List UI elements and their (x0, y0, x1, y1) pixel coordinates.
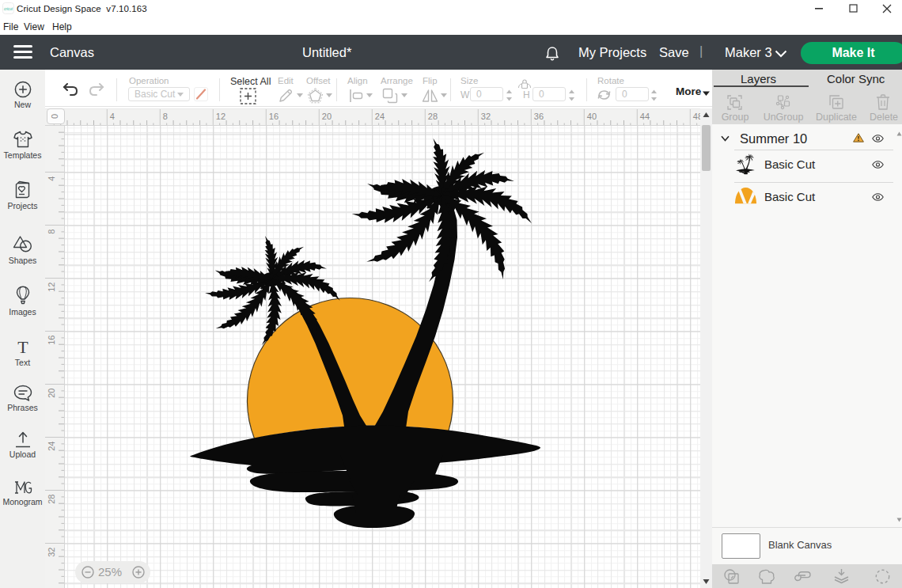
svg-text:16: 16 (47, 336, 56, 345)
svg-text:44: 44 (640, 112, 650, 121)
svg-text:8: 8 (47, 230, 56, 234)
svg-text:4: 4 (110, 112, 115, 121)
svg-text:8: 8 (163, 112, 168, 121)
svg-text:4: 4 (47, 176, 56, 181)
svg-text:28: 28 (47, 495, 56, 504)
svg-text:12: 12 (216, 112, 226, 121)
svg-text:cricut: cricut (4, 7, 13, 11)
svg-text:28: 28 (428, 112, 438, 121)
svg-text:48: 48 (693, 112, 700, 121)
svg-text:16: 16 (269, 112, 279, 121)
svg-text:20: 20 (47, 389, 56, 398)
svg-text:24: 24 (375, 112, 385, 121)
svg-text:24: 24 (47, 442, 56, 451)
svg-text:T: T (17, 339, 28, 356)
svg-text:20: 20 (322, 112, 332, 121)
svg-text:32: 32 (481, 112, 491, 121)
svg-text:40: 40 (587, 112, 597, 121)
svg-text:12: 12 (47, 283, 56, 292)
svg-text:32: 32 (47, 548, 56, 557)
svg-text:36: 36 (534, 112, 544, 121)
